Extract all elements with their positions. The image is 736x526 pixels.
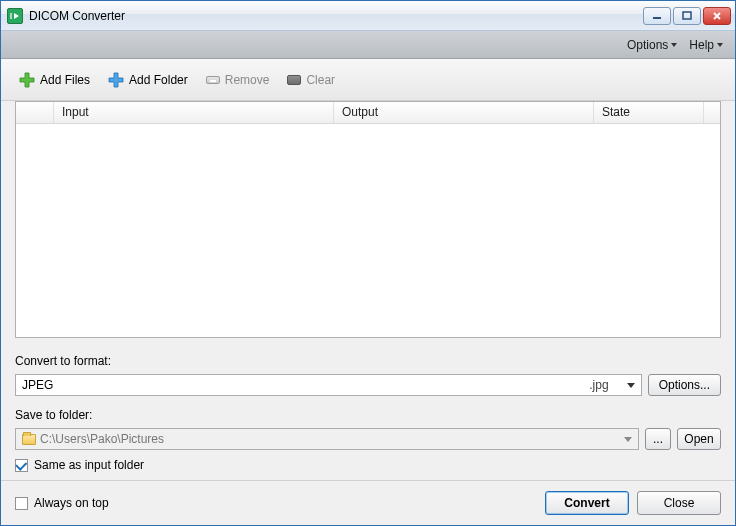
col-end bbox=[704, 102, 720, 123]
svg-rect-1 bbox=[683, 12, 691, 19]
menu-options[interactable]: Options bbox=[623, 35, 681, 55]
save-folder-label: Save to folder: bbox=[15, 406, 721, 424]
folder-icon bbox=[22, 434, 36, 445]
add-files-button[interactable]: Add Files bbox=[15, 69, 94, 91]
open-folder-button[interactable]: Open bbox=[677, 428, 721, 450]
titlebar: DICOM Converter bbox=[1, 1, 735, 31]
format-combo[interactable]: JPEG .jpg bbox=[15, 374, 642, 396]
close-button[interactable]: Close bbox=[637, 491, 721, 515]
save-folder-combo[interactable]: C:\Users\Pako\Pictures bbox=[15, 428, 639, 450]
app-icon bbox=[7, 8, 23, 24]
convert-button[interactable]: Convert bbox=[545, 491, 629, 515]
add-folder-label: Add Folder bbox=[129, 73, 188, 87]
browse-label: ... bbox=[653, 432, 663, 446]
format-options-button[interactable]: Options... bbox=[648, 374, 721, 396]
toolbar: Add Files Add Folder Remove Clear bbox=[1, 59, 735, 101]
format-options-label: Options... bbox=[659, 378, 710, 392]
always-on-top-label: Always on top bbox=[34, 496, 109, 510]
chevron-down-icon bbox=[624, 437, 632, 442]
window-controls bbox=[643, 7, 735, 25]
convert-settings: Convert to format: JPEG .jpg Options... … bbox=[1, 346, 735, 480]
window-title: DICOM Converter bbox=[29, 9, 125, 23]
menu-help[interactable]: Help bbox=[685, 35, 727, 55]
clear-label: Clear bbox=[306, 73, 335, 87]
menu-help-label: Help bbox=[689, 38, 714, 52]
footer: Always on top Convert Close bbox=[1, 480, 735, 525]
col-state[interactable]: State bbox=[594, 102, 704, 123]
add-files-label: Add Files bbox=[40, 73, 90, 87]
minus-icon bbox=[206, 76, 220, 84]
close-label: Close bbox=[664, 496, 695, 510]
plus-green-icon bbox=[19, 72, 35, 88]
save-folder-path: C:\Users\Pako\Pictures bbox=[40, 432, 624, 446]
same-as-input-checkbox[interactable] bbox=[15, 459, 28, 472]
col-output[interactable]: Output bbox=[334, 102, 594, 123]
remove-label: Remove bbox=[225, 73, 270, 87]
chevron-down-icon bbox=[671, 43, 677, 47]
same-as-input-label: Same as input folder bbox=[34, 458, 144, 472]
clear-button[interactable]: Clear bbox=[283, 70, 339, 90]
same-as-input-row: Same as input folder bbox=[15, 454, 721, 476]
col-input[interactable]: Input bbox=[54, 102, 334, 123]
format-label: Convert to format: bbox=[15, 352, 721, 370]
remove-button[interactable]: Remove bbox=[202, 70, 274, 90]
chevron-down-icon bbox=[627, 383, 635, 388]
browse-folder-button[interactable]: ... bbox=[645, 428, 671, 450]
list-header: Input Output State bbox=[16, 102, 720, 124]
menubar: Options Help bbox=[1, 31, 735, 59]
always-on-top-row: Always on top bbox=[15, 492, 109, 514]
minimize-button[interactable] bbox=[643, 7, 671, 25]
always-on-top-checkbox[interactable] bbox=[15, 497, 28, 510]
svg-rect-0 bbox=[653, 17, 661, 19]
close-window-button[interactable] bbox=[703, 7, 731, 25]
maximize-button[interactable] bbox=[673, 7, 701, 25]
add-folder-button[interactable]: Add Folder bbox=[104, 69, 192, 91]
file-list[interactable]: Input Output State bbox=[15, 101, 721, 338]
list-area: Input Output State bbox=[1, 101, 735, 346]
format-ext: .jpg bbox=[589, 378, 608, 392]
list-body bbox=[16, 124, 720, 337]
chevron-down-icon bbox=[717, 43, 723, 47]
open-label: Open bbox=[684, 432, 713, 446]
clear-icon bbox=[287, 75, 301, 85]
col-index[interactable] bbox=[16, 102, 54, 123]
menu-options-label: Options bbox=[627, 38, 668, 52]
format-value: JPEG bbox=[22, 378, 589, 392]
convert-label: Convert bbox=[564, 496, 609, 510]
app-window: DICOM Converter Options Help Add bbox=[0, 0, 736, 526]
plus-blue-icon bbox=[108, 72, 124, 88]
